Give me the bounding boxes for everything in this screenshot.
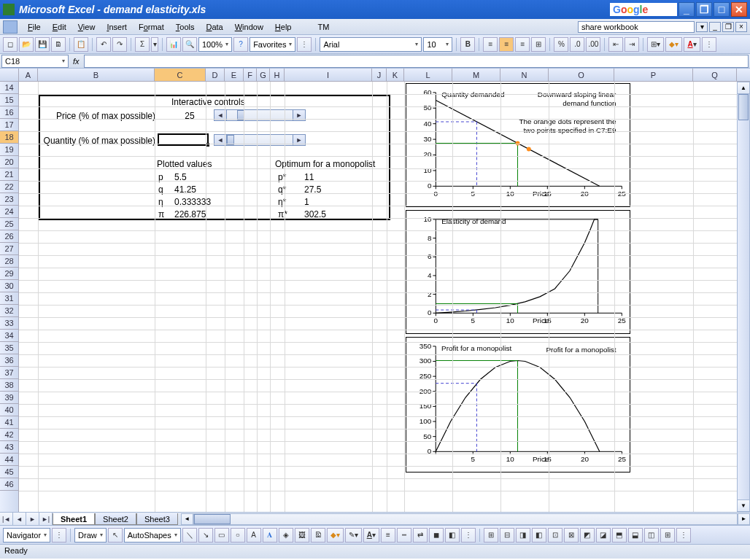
fill-color-button[interactable]: ◆▾ bbox=[665, 37, 682, 52]
font-color-draw[interactable]: A▾ bbox=[363, 528, 379, 542]
draw-menu[interactable]: Draw▾ bbox=[74, 528, 107, 542]
sheet-tab-sheet1[interactable]: Sheet1 bbox=[53, 513, 95, 525]
row-header-20[interactable]: 20 bbox=[0, 156, 18, 168]
extra-3[interactable]: ◨ bbox=[516, 528, 530, 542]
row-header-41[interactable]: 41 bbox=[0, 416, 18, 429]
fill-color-draw[interactable]: ◆▾ bbox=[327, 528, 344, 542]
scroll-down-button[interactable]: ▼ bbox=[737, 499, 750, 512]
menu-file[interactable]: File bbox=[22, 20, 47, 34]
col-header-J[interactable]: J bbox=[372, 69, 387, 81]
save-button[interactable]: 💾 bbox=[35, 37, 50, 52]
menu-data[interactable]: Data bbox=[200, 20, 228, 34]
row-header-35[interactable]: 35 bbox=[0, 342, 18, 354]
row-header-46[interactable]: 46 bbox=[0, 478, 18, 491]
col-header-A[interactable]: A bbox=[19, 69, 38, 81]
menu-edit[interactable]: Edit bbox=[47, 20, 72, 34]
undo-button[interactable]: ↶ bbox=[96, 37, 111, 52]
tab-next-button[interactable]: ► bbox=[26, 513, 39, 525]
extra-7[interactable]: ◩ bbox=[580, 528, 595, 542]
col-header-G[interactable]: G bbox=[257, 69, 270, 81]
hscroll-right-button[interactable]: ► bbox=[738, 513, 750, 525]
autosum-dropdown[interactable]: ▾ bbox=[151, 37, 158, 52]
percent-button[interactable]: % bbox=[554, 37, 568, 52]
col-header-C[interactable]: C bbox=[155, 69, 206, 81]
merge-center-button[interactable]: ⊞ bbox=[531, 37, 546, 52]
row-header-39[interactable]: 39 bbox=[0, 392, 18, 404]
line-style-button[interactable]: ≡ bbox=[381, 528, 395, 542]
ask-dropdown[interactable]: ▾ bbox=[696, 22, 708, 32]
extra-12[interactable]: ⊞ bbox=[660, 528, 675, 542]
extra-5[interactable]: ⊡ bbox=[548, 528, 562, 542]
tab-prev-button[interactable]: ◄ bbox=[13, 513, 26, 525]
shadow-button[interactable]: ◼ bbox=[429, 528, 444, 542]
row-header-26[interactable]: 26 bbox=[0, 230, 18, 243]
diagram-tool[interactable]: ◈ bbox=[279, 528, 293, 542]
redo-button[interactable]: ↷ bbox=[112, 37, 127, 52]
increase-decimal-button[interactable]: .0 bbox=[570, 37, 584, 52]
select-objects-button[interactable]: ↖ bbox=[108, 528, 123, 542]
wordart-tool[interactable]: 𝐀 bbox=[263, 528, 277, 542]
menu-tools[interactable]: Tools bbox=[170, 20, 201, 34]
row-header-27[interactable]: 27 bbox=[0, 243, 18, 255]
col-header-M[interactable]: M bbox=[452, 69, 500, 81]
borders-button[interactable]: ⊞▾ bbox=[647, 37, 664, 52]
row-header-42[interactable]: 42 bbox=[0, 429, 18, 441]
align-left-button[interactable]: ≡ bbox=[483, 37, 498, 52]
maximize-button[interactable]: □ bbox=[714, 2, 730, 17]
row-header-30[interactable]: 30 bbox=[0, 280, 18, 292]
row-header-28[interactable]: 28 bbox=[0, 255, 18, 268]
navigator-options[interactable]: ⋮ bbox=[52, 528, 66, 542]
menu-format[interactable]: Format bbox=[133, 20, 170, 34]
row-header-14[interactable]: 14 bbox=[0, 82, 18, 94]
autoshapes-menu[interactable]: AutoShapes▾ bbox=[124, 528, 181, 542]
tab-first-button[interactable]: |◄ bbox=[0, 513, 13, 525]
increase-indent-button[interactable]: ⇥ bbox=[625, 37, 639, 52]
extra-8[interactable]: ◪ bbox=[596, 528, 611, 542]
toolbar-options-2[interactable]: ⋮ bbox=[702, 37, 716, 52]
chart-elasticity[interactable]: 05101520250246810Elasticity of demandPri… bbox=[406, 210, 630, 334]
draw-options[interactable]: ⋮ bbox=[461, 528, 476, 542]
zoom-dropdown[interactable]: 100%▾ bbox=[198, 37, 232, 52]
bold-button[interactable]: B bbox=[460, 37, 475, 52]
row-header-25[interactable]: 25 bbox=[0, 218, 18, 230]
row-header-19[interactable]: 19 bbox=[0, 144, 18, 156]
decrease-indent-button[interactable]: ⇤ bbox=[608, 37, 623, 52]
row-header-23[interactable]: 23 bbox=[0, 193, 18, 206]
menu-view[interactable]: View bbox=[72, 20, 101, 34]
row-header-16[interactable]: 16 bbox=[0, 106, 18, 119]
row-header-29[interactable]: 29 bbox=[0, 268, 18, 280]
col-header-P[interactable]: P bbox=[614, 69, 693, 81]
row-header-17[interactable]: 17 bbox=[0, 119, 18, 131]
col-header-L[interactable]: L bbox=[404, 69, 452, 81]
name-box[interactable]: C18▾ bbox=[1, 55, 69, 68]
doc-close-button[interactable]: × bbox=[735, 22, 747, 32]
favorites-dropdown[interactable]: Favorites▾ bbox=[250, 37, 295, 52]
col-header-H[interactable]: H bbox=[270, 69, 285, 81]
row-header-22[interactable]: 22 bbox=[0, 181, 18, 193]
doc-restore-button[interactable]: ❐ bbox=[722, 22, 734, 32]
row-header-37[interactable]: 37 bbox=[0, 367, 18, 379]
extra-options[interactable]: ⋮ bbox=[676, 528, 691, 542]
row-header-43[interactable]: 43 bbox=[0, 441, 18, 454]
col-header-D[interactable]: D bbox=[206, 69, 225, 81]
row-header-15[interactable]: 15 bbox=[0, 94, 18, 106]
chart-demand[interactable]: 05101520250102030405060Quantity demanded… bbox=[406, 83, 630, 207]
oval-tool[interactable]: ○ bbox=[231, 528, 245, 542]
textbox-tool[interactable]: A bbox=[247, 528, 261, 542]
align-right-button[interactable]: ≡ bbox=[515, 37, 530, 52]
align-center-button[interactable]: ≡ bbox=[499, 37, 514, 52]
formula-input[interactable] bbox=[84, 55, 749, 68]
row-header-36[interactable]: 36 bbox=[0, 354, 18, 367]
row-header-21[interactable]: 21 bbox=[0, 168, 18, 181]
arrow-tool[interactable]: ↘ bbox=[198, 528, 213, 542]
tab-last-button[interactable]: ►| bbox=[39, 513, 53, 525]
google-search-box[interactable]: Google bbox=[610, 3, 677, 16]
sheet-tab-sheet3[interactable]: Sheet3 bbox=[136, 513, 178, 525]
row-header-44[interactable]: 44 bbox=[0, 454, 18, 466]
extra-4[interactable]: ◧ bbox=[532, 528, 546, 542]
horizontal-scrollbar[interactable] bbox=[193, 513, 738, 525]
3d-button[interactable]: ◧ bbox=[445, 528, 460, 542]
row-header-32[interactable]: 32 bbox=[0, 305, 18, 317]
restore-button[interactable]: ❐ bbox=[696, 2, 712, 17]
paste-button[interactable]: 📋 bbox=[74, 37, 88, 52]
